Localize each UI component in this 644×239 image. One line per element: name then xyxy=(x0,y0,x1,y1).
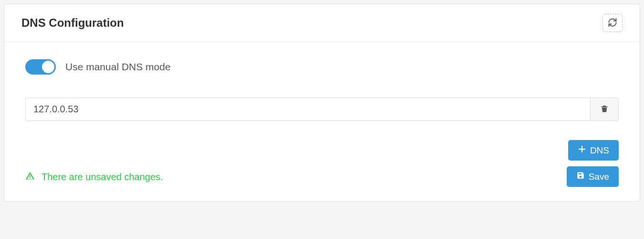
refresh-icon xyxy=(608,18,617,29)
delete-dns-button[interactable] xyxy=(590,98,619,121)
toggle-knob xyxy=(42,61,54,73)
dns-address-input[interactable] xyxy=(25,98,590,121)
dns-entry-row xyxy=(25,98,619,121)
manual-dns-toggle-label: Use manual DNS mode xyxy=(65,61,171,73)
action-buttons: DNS Save xyxy=(567,140,619,187)
warning-icon xyxy=(25,171,35,183)
manual-dns-toggle-row: Use manual DNS mode xyxy=(25,59,619,75)
save-button[interactable]: Save xyxy=(567,166,619,187)
status-message-text: There are unsaved changes. xyxy=(42,172,163,183)
footer-row: There are unsaved changes. DNS xyxy=(25,140,619,187)
add-dns-button[interactable]: DNS xyxy=(568,140,619,161)
refresh-button[interactable] xyxy=(602,14,623,32)
add-dns-label: DNS xyxy=(590,145,609,156)
save-icon xyxy=(576,171,585,182)
dns-config-panel: DNS Configuration Use manual DNS mode xyxy=(4,4,640,202)
trash-icon xyxy=(600,104,609,115)
manual-dns-toggle[interactable] xyxy=(25,59,56,75)
save-label: Save xyxy=(589,172,609,182)
panel-body: Use manual DNS mode There are unsave xyxy=(4,42,640,201)
plus-icon xyxy=(578,145,586,156)
unsaved-changes-status: There are unsaved changes. xyxy=(25,171,163,187)
panel-header: DNS Configuration xyxy=(4,4,640,42)
panel-title: DNS Configuration xyxy=(21,16,124,30)
